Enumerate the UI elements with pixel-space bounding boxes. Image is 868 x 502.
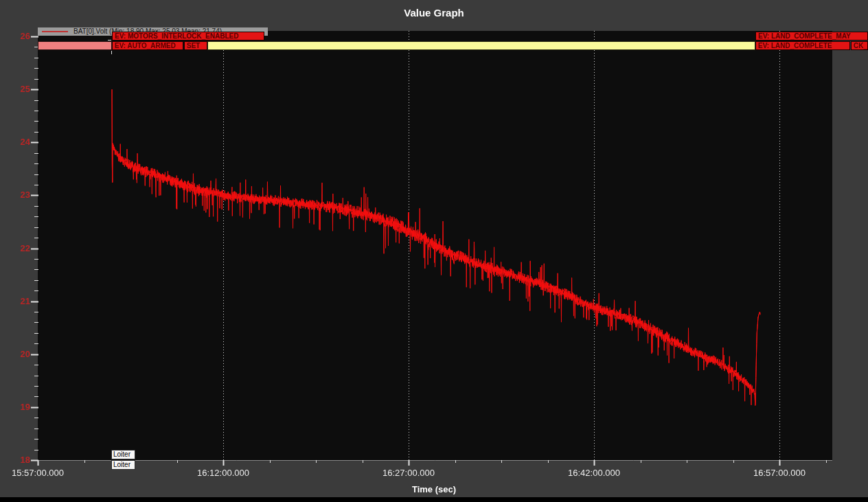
x-tick-label: 15:57:00.000	[3, 468, 72, 478]
y-tick-label: 21	[5, 296, 30, 306]
event-label-land-complete-maybe: EV: LAND_COMPLETE_MAY	[755, 32, 868, 41]
event-label-motors-interlock-enabled: EV: MOTORS_INTERLOCK_ENABLED	[112, 32, 264, 41]
y-tick-label: 26	[5, 31, 30, 41]
flight-mode-label: Loiter	[111, 460, 135, 470]
y-tick-label: 25	[5, 84, 30, 94]
graph-title: Value Graph	[0, 7, 868, 19]
event-label-clipped: CK_	[851, 41, 868, 50]
y-tick-label: 23	[5, 190, 30, 200]
armed-span-bar	[207, 41, 755, 50]
y-tick-label: 19	[5, 402, 30, 412]
event-label-auto-armed: EV: AUTO_ARMED	[112, 41, 183, 50]
bottom-strip	[0, 497, 868, 502]
legend-series-swatch	[42, 31, 68, 32]
prearm-span-bar	[38, 41, 112, 50]
x-axis-title: Time (sec)	[0, 484, 868, 494]
y-tick-label: 20	[5, 349, 30, 359]
y-tick-label: 22	[5, 243, 30, 253]
y-tick-label: 18	[5, 455, 30, 465]
event-label-set: SET	[184, 41, 207, 50]
x-tick-label: 16:27:00.000	[374, 468, 443, 478]
plot-canvas[interactable]	[0, 0, 868, 502]
y-tick-label: 24	[5, 137, 30, 147]
event-label-land-complete: EV: LAND_COMPLETE	[755, 41, 850, 50]
legend-series-label: BAT[0].Volt	[73, 27, 107, 36]
x-tick-label: 16:57:00.000	[745, 468, 814, 478]
x-tick-label: 16:12:00.000	[189, 468, 258, 478]
flight-mode-label: Loiter	[111, 450, 135, 459]
x-tick-label: 16:42:00.000	[560, 468, 628, 478]
